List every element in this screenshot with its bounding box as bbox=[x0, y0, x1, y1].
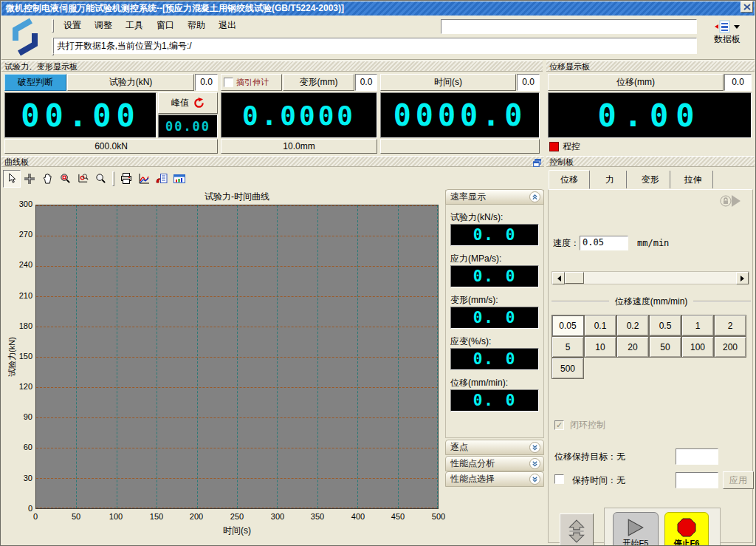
speed-option[interactable]: 0.1 bbox=[584, 315, 616, 336]
speed-option[interactable]: 200 bbox=[714, 336, 746, 358]
chart-plot[interactable] bbox=[35, 205, 439, 509]
speed-option[interactable]: 1 bbox=[681, 315, 714, 336]
scrollbar-thumb[interactable] bbox=[565, 272, 584, 284]
tab-displacement[interactable]: 位移 bbox=[549, 170, 590, 189]
hold-target-input[interactable] bbox=[676, 448, 718, 465]
zoom-curve-button[interactable] bbox=[74, 170, 92, 188]
expand-button[interactable] bbox=[529, 474, 540, 485]
print-button[interactable] bbox=[117, 170, 135, 188]
extensometer-toggle[interactable]: 摘引伸计 bbox=[221, 74, 282, 91]
databoard-dropdown-icon[interactable] bbox=[734, 25, 740, 32]
stop-button[interactable]: 停止F6 bbox=[664, 512, 709, 546]
report-button[interactable] bbox=[153, 170, 171, 188]
title-bar: 微机控制电液伺服万能试验机测控系统--[预应力混凝土用钢绞线试验(GB/T522… bbox=[1, 1, 755, 16]
scrollbar-left-button[interactable] bbox=[552, 272, 565, 284]
hold-time-label: 保持时间：无 bbox=[572, 471, 625, 489]
speed-scrollbar[interactable] bbox=[551, 271, 749, 284]
print-icon bbox=[120, 173, 132, 185]
arrow-left-icon bbox=[554, 276, 561, 281]
speed-option[interactable]: 0.5 bbox=[649, 315, 681, 336]
select-cursor-icon bbox=[7, 173, 18, 184]
zoom-region-button[interactable] bbox=[56, 170, 74, 188]
crosshair-button[interactable] bbox=[21, 170, 38, 188]
start-button[interactable]: 开始F5 bbox=[613, 512, 659, 546]
rate-panel-header[interactable]: 速率显示 bbox=[445, 189, 544, 205]
x-tick: 150 bbox=[143, 512, 170, 521]
y-tick: 60 bbox=[10, 443, 32, 451]
control-panel-title: 控制板 bbox=[546, 156, 755, 167]
rate-force-value: 0. 0 bbox=[450, 224, 539, 246]
tab-tension[interactable]: 拉伸 bbox=[673, 171, 713, 188]
jog-up-down-icon bbox=[567, 519, 586, 543]
section-performance-select[interactable]: 性能点选择 bbox=[445, 471, 544, 487]
closed-loop-checkbox[interactable]: ✓ bbox=[554, 420, 564, 430]
force-header-button[interactable]: 试验力(kN) bbox=[67, 74, 194, 91]
time-header-button[interactable]: 时间(s) bbox=[380, 74, 516, 91]
x-tick: 250 bbox=[224, 512, 250, 521]
collapse-button[interactable] bbox=[529, 191, 540, 202]
speed-option[interactable]: 5 bbox=[551, 336, 584, 358]
speed-option[interactable]: 0.05 bbox=[551, 315, 584, 336]
zoom-reset-button[interactable] bbox=[92, 170, 109, 188]
menu-item-exit[interactable]: 退出 bbox=[216, 18, 239, 33]
speed-option[interactable]: 100 bbox=[681, 336, 714, 358]
databoard-button[interactable]: 数据板 bbox=[704, 20, 750, 58]
speed-option[interactable]: 500 bbox=[551, 358, 584, 379]
scrollbar-right-button[interactable] bbox=[736, 272, 749, 284]
jog-button[interactable] bbox=[560, 513, 594, 546]
program-indicator-icon bbox=[549, 142, 559, 151]
menu-item-help[interactable]: 帮助 bbox=[185, 18, 208, 33]
speed-option[interactable]: 0.2 bbox=[616, 315, 649, 336]
tab-deform[interactable]: 变形 bbox=[630, 171, 670, 188]
data-panel-button[interactable] bbox=[171, 170, 188, 188]
select-cursor-button[interactable] bbox=[3, 170, 21, 188]
x-tick: 450 bbox=[385, 512, 411, 521]
time-section: 时间(s) 0.0 0000.0 bbox=[380, 73, 541, 154]
menu-item-settings[interactable]: 设置 bbox=[61, 18, 84, 33]
rate-stress-value: 0. 0 bbox=[450, 265, 539, 287]
hold-time-input[interactable] bbox=[676, 472, 718, 488]
speed-input[interactable]: 0.05 bbox=[580, 236, 628, 250]
close-button[interactable] bbox=[740, 1, 753, 13]
lock-button[interactable] bbox=[720, 195, 732, 210]
y-tick: 90 bbox=[10, 412, 32, 421]
displacement-header-button[interactable]: 位移(mm) bbox=[548, 74, 724, 91]
speed-group-title: 位移速度(mm/min) bbox=[615, 296, 688, 308]
speed-option[interactable]: 50 bbox=[649, 336, 681, 358]
section-point-by-point[interactable]: 逐点 bbox=[445, 440, 544, 455]
expand-button[interactable] bbox=[529, 458, 540, 469]
expand-button[interactable] bbox=[529, 442, 540, 453]
tab-force[interactable]: 力 bbox=[593, 171, 627, 188]
status-text: 共打开数据1条,当前位置为1,编号:/ bbox=[57, 41, 192, 51]
play-small-icon[interactable] bbox=[732, 195, 746, 207]
arrow-right-icon bbox=[740, 276, 747, 281]
break-judge-button[interactable]: 破型判断 bbox=[4, 74, 66, 91]
speed-option[interactable]: 20 bbox=[616, 336, 649, 358]
curve-settings-button[interactable] bbox=[135, 170, 153, 188]
rate-displacement-label: 位移(mm/min): bbox=[446, 377, 543, 389]
pan-hand-button[interactable] bbox=[38, 170, 56, 188]
apply-button[interactable]: 应用 bbox=[723, 471, 754, 489]
menu-grip[interactable] bbox=[52, 19, 54, 33]
extensometer-checkbox[interactable] bbox=[224, 78, 233, 87]
menu-item-window[interactable]: 窗口 bbox=[154, 18, 177, 33]
x-tick: 0 bbox=[22, 512, 49, 521]
hold-target-row: 位移保持目标：无 bbox=[554, 448, 748, 466]
gridline-v bbox=[237, 205, 238, 508]
menu-item-adjust[interactable]: 调整 bbox=[92, 18, 115, 33]
section-performance-analysis[interactable]: 性能点分析 bbox=[445, 456, 544, 471]
speed-option[interactable]: 10 bbox=[584, 336, 616, 358]
menu-item-tools[interactable]: 工具 bbox=[123, 18, 146, 33]
rate-deform-value: 0. 0 bbox=[450, 307, 539, 329]
peak-refresh-icon[interactable] bbox=[193, 98, 205, 109]
speed-option[interactable]: 2 bbox=[714, 315, 746, 336]
group-line bbox=[551, 301, 609, 302]
hold-time-checkbox[interactable] bbox=[554, 474, 564, 484]
deform-header-button[interactable]: 变形(mm) bbox=[283, 74, 354, 91]
gridline-v bbox=[76, 205, 77, 508]
chart-toolbar bbox=[3, 168, 543, 188]
zoom-curve-icon bbox=[78, 173, 89, 184]
x-tick: 300 bbox=[264, 512, 291, 521]
gridline-v bbox=[398, 205, 399, 508]
peak-button[interactable]: 峰值 bbox=[158, 92, 218, 114]
